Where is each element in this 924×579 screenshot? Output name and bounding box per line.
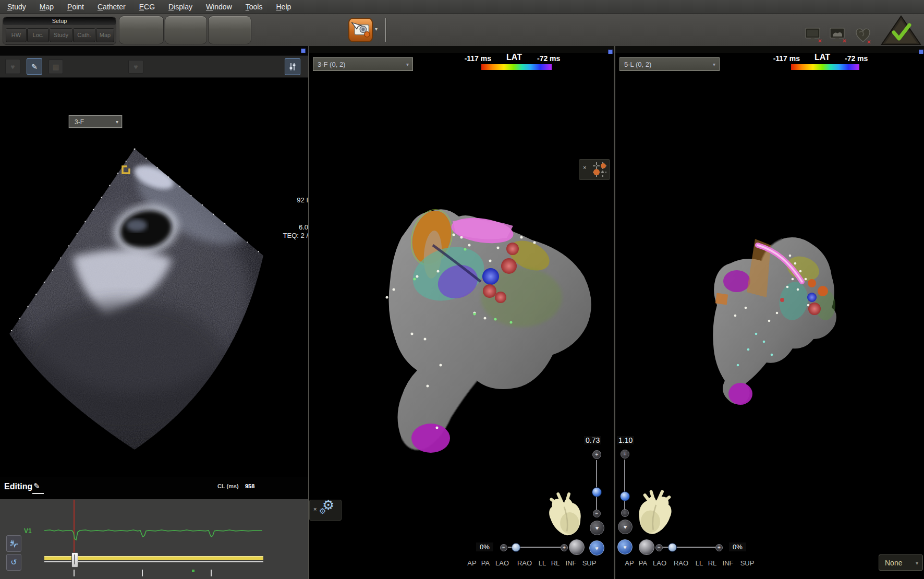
menu-help[interactable]: Help	[276, 3, 291, 11]
map-right-transparency-minus[interactable]: −	[655, 544, 663, 551]
plus-icon: +	[718, 545, 721, 550]
map-left-reference-heart[interactable]	[544, 490, 585, 538]
map-point-blue[interactable]	[482, 268, 499, 285]
location-monitor-status-icon[interactable]: ✕	[805, 27, 822, 44]
map-right-transparency-plus[interactable]: +	[715, 544, 723, 551]
setup-study-button[interactable]: Study	[50, 28, 72, 42]
setup-map-button[interactable]: Map	[96, 28, 114, 42]
map-right-trackball-button[interactable]	[639, 539, 654, 555]
menu-study[interactable]: Study	[7, 3, 26, 11]
chevron-down-icon: ▾	[916, 555, 918, 571]
map-left-settings-popup: × ⚙ ⚙	[309, 500, 342, 521]
system-status-ok-icon[interactable]	[880, 15, 922, 46]
timeline-event-dot	[192, 570, 194, 572]
map-right-reference-heart[interactable]	[635, 488, 677, 537]
map-left-transparency-plus[interactable]: +	[561, 544, 568, 551]
map-right-view-lao[interactable]: LAO	[652, 559, 667, 567]
carto-workstation: Study Map Point Catheter ECG Display Win…	[0, 0, 924, 579]
map-point-red[interactable]	[808, 303, 821, 315]
map-left-transparency-minus[interactable]: −	[500, 544, 507, 551]
setup-hw-button[interactable]: HW	[6, 28, 27, 42]
map-right-zoom-out-button[interactable]: −	[621, 509, 629, 517]
menu-point[interactable]: Point	[67, 3, 84, 11]
close-icon[interactable]: ×	[313, 506, 317, 512]
heart-mesh	[713, 237, 836, 405]
map-left-heart-sync-button[interactable]: ♥	[589, 540, 604, 556]
map-left-zoom-handle[interactable]	[592, 487, 602, 497]
map-left-zoom-track[interactable]	[596, 460, 597, 511]
ice-panel-corner-button[interactable]	[301, 49, 306, 53]
map-right-heart-view-button[interactable]: ♥	[618, 520, 633, 534]
heart-icon: ♥	[133, 63, 138, 71]
editing-label: Editing	[4, 482, 32, 491]
menu-display[interactable]: Display	[168, 3, 192, 11]
map-right-heart-sync-button[interactable]: ♥	[617, 539, 633, 554]
map-right-zoom-handle[interactable]	[620, 491, 630, 501]
map-left-view-pa[interactable]: PA	[480, 559, 491, 567]
map-left-zoom-out-button[interactable]: −	[593, 510, 601, 517]
ice-panel-titlebar	[0, 46, 308, 55]
us-teq-value: TEQ: 2 /	[261, 232, 308, 239]
ultrasound-image[interactable]	[0, 77, 308, 477]
map-right-view-sup[interactable]: SUP	[739, 559, 755, 567]
timeline-tick	[74, 570, 75, 576]
map-right-view-rao[interactable]: RAO	[673, 559, 689, 567]
map-left-trackball-button[interactable]	[569, 539, 585, 555]
ice-stamp-tool-button[interactable]: ▦	[48, 59, 63, 74]
map-left-view-rl[interactable]: RL	[550, 559, 561, 567]
heart-icon: ♥	[623, 544, 627, 550]
sliders-icon	[288, 62, 297, 71]
ecg-waveform	[0, 499, 308, 579]
setup-group: Setup HW Loc. Study Cath. Map	[3, 17, 116, 45]
heart-icon: ♥	[595, 545, 599, 551]
heart-reference-status-icon[interactable]: ✕	[853, 26, 873, 45]
snapshot-dropdown-chevron[interactable]: ▾	[375, 26, 378, 32]
map-right-overlay-select[interactable]: None ▾	[879, 554, 923, 571]
map-left-transparency-handle[interactable]	[512, 543, 520, 552]
map-left-zoom-in-button[interactable]: +	[592, 450, 601, 459]
map-right-view-pa[interactable]: PA	[637, 559, 649, 567]
map-left-heart-view-button[interactable]: ♥	[590, 521, 604, 535]
toolbar-group-disabled-2	[165, 16, 207, 44]
minus-icon: −	[658, 545, 661, 550]
map-right-view-ap[interactable]: AP	[623, 559, 636, 567]
snapshot-button[interactable]	[348, 18, 373, 42]
ice-settings-button[interactable]	[285, 58, 300, 75]
ecg-snapshot-button[interactable]	[6, 535, 21, 552]
map-left-view-ap[interactable]: AP	[466, 559, 478, 567]
map-right-zoom-value: 1.10	[617, 436, 634, 444]
ecg-refresh-button[interactable]: ↺	[6, 554, 21, 571]
menu-map[interactable]: Map	[40, 3, 54, 11]
map-right-view-inf[interactable]: INF	[722, 559, 734, 567]
ice-toolbar: ♥ ✎ ▦ 3-F ▾ ♥	[0, 55, 308, 78]
map-left-view-rao[interactable]: RAO	[516, 559, 533, 567]
map-left-view-lao[interactable]: LAO	[494, 559, 510, 567]
setup-cath-button[interactable]: Cath.	[73, 28, 95, 42]
ecg-trace	[44, 530, 262, 540]
minus-icon: −	[624, 511, 627, 516]
heart-icon: ♥	[10, 63, 15, 71]
menu-window[interactable]: Window	[206, 3, 232, 11]
pencil-icon[interactable]: ✎	[33, 481, 40, 491]
map-right-transparency-handle[interactable]	[668, 543, 677, 552]
ecg-timeline-handle[interactable]	[71, 552, 78, 568]
map-left-view-sup[interactable]: SUP	[581, 559, 597, 567]
map-right-view-rl[interactable]: RL	[707, 559, 718, 567]
heart-icon: ♥	[595, 525, 599, 531]
map-left-view-ll[interactable]: LL	[537, 559, 548, 567]
setup-loc-button[interactable]: Loc.	[27, 28, 49, 42]
timeline-tick	[211, 570, 212, 576]
map-left-view-inf[interactable]: INF	[565, 559, 577, 567]
map-right-zoom-in-button[interactable]: +	[621, 450, 629, 459]
menu-catheter[interactable]: Catheter	[98, 3, 126, 11]
map-right-view-ll[interactable]: LL	[694, 559, 704, 567]
ice-heart-display-button[interactable]: ♥	[128, 60, 143, 74]
map-point-red[interactable]	[501, 258, 517, 274]
menu-ecg[interactable]: ECG	[139, 3, 155, 11]
ice-contour-tool-button[interactable]: ✎	[27, 58, 42, 75]
map-right-zoom-track[interactable]	[624, 460, 625, 511]
menu-tools[interactable]: Tools	[246, 3, 263, 11]
map-point-blue[interactable]	[807, 293, 817, 302]
reference-monitor-status-icon[interactable]: ✕	[829, 27, 847, 44]
ice-heart-gate-button[interactable]: ♥	[5, 59, 20, 74]
